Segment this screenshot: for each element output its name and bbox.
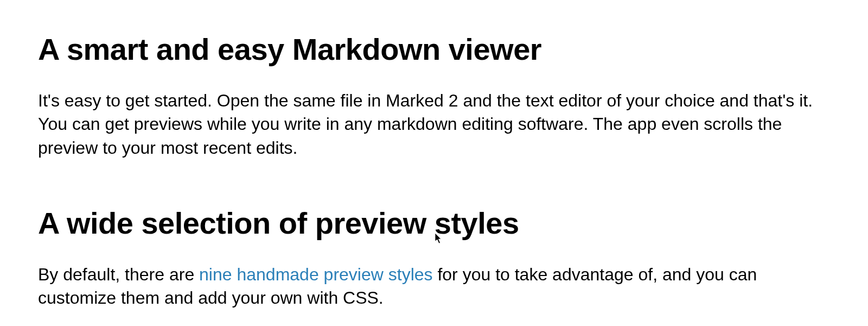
article-content: A smart and easy Markdown viewer It's ea…: [0, 0, 868, 310]
preview-styles-link[interactable]: nine handmade preview styles: [199, 265, 432, 284]
section-heading-2: A wide selection of preview styles: [38, 206, 830, 240]
paragraph-text-before: By default, there are: [38, 265, 199, 284]
section-heading-1: A smart and easy Markdown viewer: [38, 33, 830, 66]
section-paragraph-1: It's easy to get started. Open the same …: [38, 89, 830, 160]
section-paragraph-2: By default, there are nine handmade prev…: [38, 263, 830, 310]
